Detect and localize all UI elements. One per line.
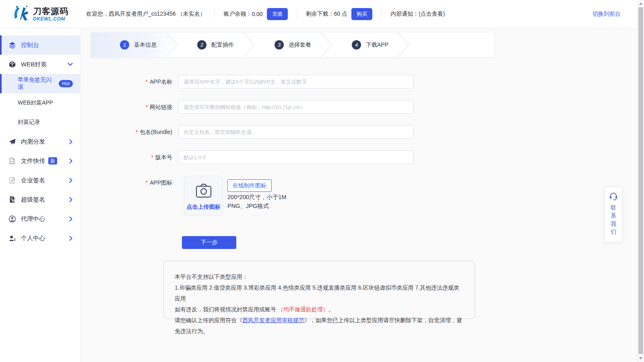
chevron-right-icon [69,236,73,241]
sidebar-item-agent-center[interactable]: 代理中心 [0,209,80,228]
step-label: 配置插件 [211,41,234,49]
sidebar-item-enterprise-sign[interactable]: 企业签名 [0,171,80,190]
step-number: 3 [275,40,284,49]
sidebar-item-super-sign[interactable]: 超级签名 [0,190,80,209]
scrollbar-thumb[interactable] [638,7,643,354]
contact-us-widget[interactable]: 联系我们 [605,187,622,242]
scroll-up-arrow[interactable] [639,2,642,5]
no-refund-warning: （均不做退款处理） [278,306,328,313]
step-configure-plugins: 2 配置插件 [168,33,246,57]
svg-text:ZIP: ZIP [10,160,14,163]
app-name-input[interactable] [178,75,414,88]
sidebar-item-apple-sign[interactable]: 苹果免签无闪退 Hot [0,74,80,93]
sidebar-item-label: 控制台 [21,41,39,49]
sidebar-item-label: 苹果免签无闪退 [18,76,56,91]
icon-upload-dropzone[interactable]: 点击上传图标 [184,176,223,216]
version-label: *版本号 [105,150,172,164]
notice-line-1: 本平台不支持以下类型应用： [175,272,464,282]
sidebar-item-label: WEB封装APP [18,99,53,107]
sidebar-item-label: 封装记录 [18,119,40,126]
internal-notice-link[interactable]: (点击查看) [419,10,445,18]
chevron-down-icon [68,63,73,66]
icon-size-hint: 200*200尺寸，小于1M [227,193,287,201]
balance-value: 0.00 [252,11,262,17]
downloads-label: 剩余下载： [306,10,334,18]
app-icon-label: *APP图标 [105,176,172,189]
sidebar-item-web-package-app[interactable]: WEB封装APP [0,93,80,113]
required-mark: * [136,129,138,135]
switch-to-front-link[interactable]: 切换到前台 [592,10,621,18]
paper-plane-icon [8,138,16,146]
sidebar-item-label: 文件快传 [21,157,45,165]
chevron-right-icon [69,139,73,144]
required-mark: * [146,179,148,186]
required-mark: * [146,78,148,85]
scroll-down-arrow[interactable] [639,357,642,360]
chevron-right-icon [69,216,73,222]
header-divider [214,10,215,19]
review-spec-link[interactable]: 西风开发者应用审核规范 [242,317,304,323]
certificate-file-icon [8,195,16,204]
make-icon-online-button[interactable]: 在线制作图标 [227,179,272,192]
balance-label: 账户余额： [223,10,252,18]
sidebar: 控制台 WEB封装 苹果免签无闪退 Hot WEB封装APP 封装记录 内测分发 [0,28,80,362]
app-name-label: *APP名称 [105,75,172,88]
internal-notice-label: 内部通知： [390,10,419,18]
file-icon: ZIP [8,157,16,165]
notice-line-2: 1.诈骗类应用 2.借贷类应用 3.博彩类应用 4.色情类应用 5.违规直播类应… [175,282,464,304]
bundle-name-label: *包名(Bundle) [105,125,172,139]
next-step-button[interactable]: 下一步 [182,236,236,249]
sidebar-item-label: WEB封装 [21,61,47,68]
notice-line-4: 请您确认上传的应用符合《西风开发者应用审核规范》，如果您已上传以上类型应用请尽快… [175,315,464,337]
sidebar-item-personal-center[interactable]: 个人中心 [0,228,80,248]
step-wizard: 1 基本信息 2 配置插件 3 选择套餐 4 下载APP [91,32,495,58]
clipboard-pen-icon [8,176,16,184]
logo-domain: DKEWL.COM [33,16,68,21]
logo-icon [12,4,31,24]
vertical-scrollbar[interactable] [637,0,644,362]
agent-person-icon [8,215,16,223]
cube-icon [8,60,16,68]
upload-icon-text: 点击上传图标 [187,204,221,211]
logo[interactable]: 刀客源码 DKEWL.COM [0,0,80,28]
chevron-right-icon [69,158,73,164]
downloads-group: 剩余下载： 60 点 购买 [306,8,372,20]
sidebar-item-console[interactable]: 控制台 [0,35,80,55]
hot-badge: Hot [59,80,73,87]
header-divider [381,10,382,19]
sidebar-item-package-records[interactable]: 封装记录 [0,113,80,132]
bundle-name-input[interactable] [178,125,414,139]
version-input[interactable] [178,150,414,164]
top-header: 刀客源码 DKEWL.COM 欢迎您，西风开发者用户_cs123456 （未实名… [0,0,644,28]
internal-notice-group: 内部通知： (点击查看) [390,10,445,18]
header-divider [297,10,297,19]
sidebar-item-web-package[interactable]: WEB封装 [0,55,80,74]
step-label: 下载APP [366,41,388,49]
recharge-button[interactable]: 充值 [267,8,288,20]
sidebar-item-label: 代理中心 [21,215,45,223]
required-mark: * [151,154,153,160]
step-number: 2 [197,40,206,49]
step-basic-info: 1 基本信息 [91,33,168,57]
step-label: 基本信息 [134,41,157,49]
sidebar-item-label: 内测分发 [21,138,45,146]
sidebar-item-file-transfer[interactable]: ZIP 文件快传 新 [0,151,80,171]
logo-title: 刀客源码 [33,7,68,15]
site-url-input[interactable] [178,100,414,114]
step-label: 选择套餐 [289,41,311,49]
downloads-value: 60 点 [334,10,347,18]
notice-line-3: 如有违反，我们将视情况封禁应用或账号 （均不做退款处理）。 [175,304,464,315]
sidebar-item-beta-distribution[interactable]: 内测分发 [0,132,80,151]
chevron-right-icon [69,178,73,183]
step-number: 4 [352,40,361,49]
step-select-package: 3 选择套餐 [246,33,323,57]
headset-icon [609,192,618,200]
icon-format-hint: PNG、JPG格式 [227,202,269,210]
sidebar-item-label: 超级签名 [21,196,45,204]
contact-us-label: 联系我们 [610,204,617,236]
policy-notice-box: 本平台不支持以下类型应用： 1.诈骗类应用 2.借贷类应用 3.博彩类应用 4.… [163,261,475,319]
step-number: 1 [120,40,129,49]
sidebar-item-label: 企业签名 [21,177,45,184]
required-mark: * [146,104,148,110]
buy-button[interactable]: 购买 [351,8,372,20]
